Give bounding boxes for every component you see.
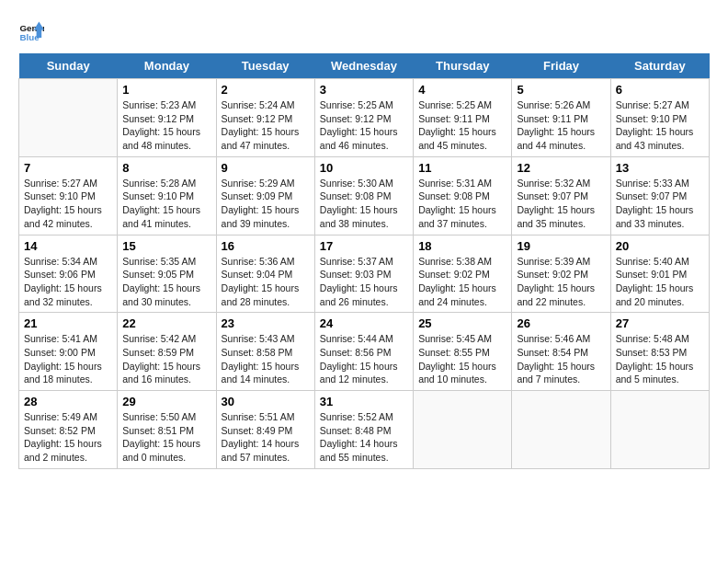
day-number: 24 [320, 316, 408, 330]
day-info: Sunrise: 5:25 AM Sunset: 9:12 PM Dayligh… [320, 98, 408, 153]
day-info: Sunrise: 5:41 AM Sunset: 9:00 PM Dayligh… [24, 332, 112, 386]
calendar-cell: 17Sunrise: 5:37 AM Sunset: 9:03 PM Dayli… [314, 235, 413, 313]
day-number: 29 [122, 395, 210, 408]
calendar-week-2: 7Sunrise: 5:27 AM Sunset: 9:10 PM Daylig… [19, 156, 710, 235]
day-info: Sunrise: 5:27 AM Sunset: 9:10 PM Dayligh… [616, 98, 704, 153]
logo-icon: General Blue [18, 18, 44, 44]
calendar-cell: 7Sunrise: 5:27 AM Sunset: 9:10 PM Daylig… [19, 156, 118, 235]
day-info: Sunrise: 5:38 AM Sunset: 9:02 PM Dayligh… [418, 255, 506, 309]
day-number: 1 [122, 83, 210, 97]
calendar-week-3: 14Sunrise: 5:34 AM Sunset: 9:06 PM Dayli… [19, 235, 710, 313]
day-number: 8 [122, 161, 210, 175]
day-number: 7 [24, 161, 112, 175]
day-info: Sunrise: 5:23 AM Sunset: 9:12 PM Dayligh… [122, 98, 210, 153]
calendar-cell [512, 391, 610, 469]
calendar-cell: 22Sunrise: 5:42 AM Sunset: 8:59 PM Dayli… [118, 313, 216, 391]
day-info: Sunrise: 5:45 AM Sunset: 8:55 PM Dayligh… [418, 332, 506, 386]
calendar-cell: 3Sunrise: 5:25 AM Sunset: 9:12 PM Daylig… [314, 79, 413, 157]
calendar-cell: 25Sunrise: 5:45 AM Sunset: 8:55 PM Dayli… [414, 313, 512, 391]
day-info: Sunrise: 5:46 AM Sunset: 8:54 PM Dayligh… [517, 332, 605, 386]
calendar-cell: 6Sunrise: 5:27 AM Sunset: 9:10 PM Daylig… [610, 79, 709, 157]
logo: General Blue [18, 18, 51, 44]
page-header: General Blue [18, 18, 710, 44]
day-info: Sunrise: 5:33 AM Sunset: 9:07 PM Dayligh… [616, 177, 704, 231]
day-number: 17 [320, 239, 408, 253]
day-header-tuesday: Tuesday [216, 53, 314, 79]
day-number: 3 [320, 83, 408, 97]
calendar-cell: 20Sunrise: 5:40 AM Sunset: 9:01 PM Dayli… [610, 235, 709, 313]
day-number: 28 [24, 395, 112, 408]
days-header-row: SundayMondayTuesdayWednesdayThursdayFrid… [19, 53, 710, 79]
calendar-cell: 13Sunrise: 5:33 AM Sunset: 9:07 PM Dayli… [610, 156, 709, 235]
day-info: Sunrise: 5:31 AM Sunset: 9:08 PM Dayligh… [418, 177, 506, 231]
calendar-cell: 29Sunrise: 5:50 AM Sunset: 8:51 PM Dayli… [118, 391, 216, 469]
calendar-cell [19, 79, 118, 157]
calendar-cell: 4Sunrise: 5:25 AM Sunset: 9:11 PM Daylig… [414, 79, 512, 157]
day-number: 10 [320, 161, 408, 175]
day-info: Sunrise: 5:36 AM Sunset: 9:04 PM Dayligh… [222, 255, 310, 309]
day-info: Sunrise: 5:49 AM Sunset: 8:52 PM Dayligh… [24, 410, 112, 465]
calendar-cell: 27Sunrise: 5:48 AM Sunset: 8:53 PM Dayli… [610, 313, 709, 391]
calendar-cell: 1Sunrise: 5:23 AM Sunset: 9:12 PM Daylig… [118, 79, 216, 157]
day-info: Sunrise: 5:32 AM Sunset: 9:07 PM Dayligh… [517, 177, 605, 231]
day-number: 14 [24, 239, 112, 253]
day-info: Sunrise: 5:39 AM Sunset: 9:02 PM Dayligh… [517, 255, 605, 309]
day-number: 15 [122, 239, 210, 253]
day-number: 9 [222, 161, 310, 175]
day-header-monday: Monday [118, 53, 216, 79]
day-number: 5 [517, 83, 605, 97]
calendar-cell: 16Sunrise: 5:36 AM Sunset: 9:04 PM Dayli… [216, 235, 314, 313]
calendar-cell: 5Sunrise: 5:26 AM Sunset: 9:11 PM Daylig… [512, 79, 610, 157]
day-header-saturday: Saturday [610, 53, 709, 79]
day-number: 16 [222, 239, 310, 253]
day-info: Sunrise: 5:48 AM Sunset: 8:53 PM Dayligh… [616, 332, 704, 386]
day-number: 2 [222, 83, 310, 97]
day-number: 27 [616, 316, 704, 330]
day-number: 11 [418, 161, 506, 175]
calendar-cell: 8Sunrise: 5:28 AM Sunset: 9:10 PM Daylig… [118, 156, 216, 235]
day-number: 4 [418, 83, 506, 97]
day-info: Sunrise: 5:29 AM Sunset: 9:09 PM Dayligh… [222, 177, 310, 231]
day-info: Sunrise: 5:34 AM Sunset: 9:06 PM Dayligh… [24, 255, 112, 309]
day-number: 6 [616, 83, 704, 97]
calendar-body: 1Sunrise: 5:23 AM Sunset: 9:12 PM Daylig… [19, 79, 710, 469]
calendar-cell: 12Sunrise: 5:32 AM Sunset: 9:07 PM Dayli… [512, 156, 610, 235]
day-info: Sunrise: 5:50 AM Sunset: 8:51 PM Dayligh… [122, 410, 210, 465]
day-number: 18 [418, 239, 506, 253]
day-number: 20 [616, 239, 704, 253]
calendar-cell: 28Sunrise: 5:49 AM Sunset: 8:52 PM Dayli… [19, 391, 118, 469]
day-number: 21 [24, 316, 112, 330]
calendar-cell: 2Sunrise: 5:24 AM Sunset: 9:12 PM Daylig… [216, 79, 314, 157]
day-number: 23 [222, 316, 310, 330]
day-info: Sunrise: 5:25 AM Sunset: 9:11 PM Dayligh… [418, 98, 506, 153]
day-number: 30 [222, 395, 310, 408]
calendar-cell: 15Sunrise: 5:35 AM Sunset: 9:05 PM Dayli… [118, 235, 216, 313]
calendar-week-4: 21Sunrise: 5:41 AM Sunset: 9:00 PM Dayli… [19, 313, 710, 391]
calendar-cell: 9Sunrise: 5:29 AM Sunset: 9:09 PM Daylig… [216, 156, 314, 235]
calendar-cell: 31Sunrise: 5:52 AM Sunset: 8:48 PM Dayli… [314, 391, 413, 469]
day-header-sunday: Sunday [19, 53, 118, 79]
day-header-friday: Friday [512, 53, 610, 79]
calendar-cell: 24Sunrise: 5:44 AM Sunset: 8:56 PM Dayli… [314, 313, 413, 391]
day-info: Sunrise: 5:26 AM Sunset: 9:11 PM Dayligh… [517, 98, 605, 153]
calendar-cell [610, 391, 709, 469]
day-info: Sunrise: 5:24 AM Sunset: 9:12 PM Dayligh… [222, 98, 310, 153]
calendar-cell: 26Sunrise: 5:46 AM Sunset: 8:54 PM Dayli… [512, 313, 610, 391]
calendar-table: SundayMondayTuesdayWednesdayThursdayFrid… [18, 53, 710, 469]
calendar-cell: 10Sunrise: 5:30 AM Sunset: 9:08 PM Dayli… [314, 156, 413, 235]
day-number: 22 [122, 316, 210, 330]
calendar-week-1: 1Sunrise: 5:23 AM Sunset: 9:12 PM Daylig… [19, 79, 710, 157]
calendar-cell: 19Sunrise: 5:39 AM Sunset: 9:02 PM Dayli… [512, 235, 610, 313]
day-info: Sunrise: 5:52 AM Sunset: 8:48 PM Dayligh… [320, 410, 408, 465]
day-info: Sunrise: 5:35 AM Sunset: 9:05 PM Dayligh… [122, 255, 210, 309]
day-info: Sunrise: 5:44 AM Sunset: 8:56 PM Dayligh… [320, 332, 408, 386]
day-number: 25 [418, 316, 506, 330]
calendar-cell [414, 391, 512, 469]
calendar-week-5: 28Sunrise: 5:49 AM Sunset: 8:52 PM Dayli… [19, 391, 710, 469]
day-info: Sunrise: 5:42 AM Sunset: 8:59 PM Dayligh… [122, 332, 210, 386]
day-number: 26 [517, 316, 605, 330]
day-info: Sunrise: 5:51 AM Sunset: 8:49 PM Dayligh… [222, 410, 310, 465]
day-info: Sunrise: 5:37 AM Sunset: 9:03 PM Dayligh… [320, 255, 408, 309]
day-info: Sunrise: 5:30 AM Sunset: 9:08 PM Dayligh… [320, 177, 408, 231]
calendar-cell: 11Sunrise: 5:31 AM Sunset: 9:08 PM Dayli… [414, 156, 512, 235]
